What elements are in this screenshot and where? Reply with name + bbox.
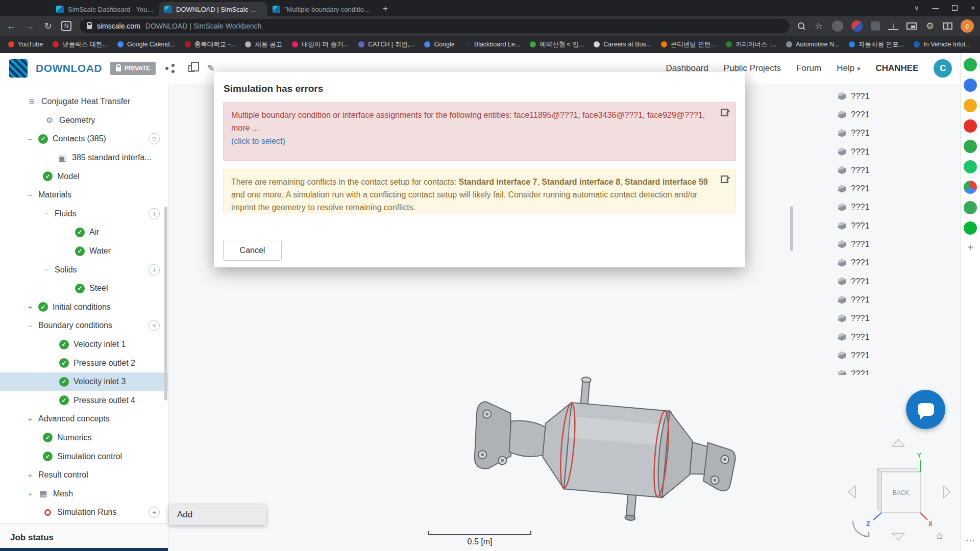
shortcut-green-2[interactable] [964, 140, 977, 153]
bookmark-item[interactable]: 내일이 더 즐거... [292, 40, 349, 49]
bookmark-item[interactable]: 자동차용 인포... [849, 40, 904, 49]
scene-tree-item[interactable]: ???1 [794, 346, 960, 364]
tree-toggle-icon[interactable] [43, 209, 50, 218]
sidebar-tree-item[interactable]: Initial conditions [0, 298, 168, 317]
scene-scrollbar[interactable] [790, 206, 793, 251]
sidebar-tree-item[interactable]: Model [0, 167, 168, 186]
picture-in-picture-icon[interactable] [906, 22, 917, 30]
sidebar-tree-item[interactable]: Simulation control [0, 447, 168, 466]
bookmark-item[interactable]: Careers at Bos... [594, 41, 651, 48]
tree-item-action-button[interactable] [149, 264, 160, 276]
nav-help[interactable]: Help ▾ [837, 63, 860, 73]
bookmark-item[interactable]: 콘티넨탈 인턴... [661, 40, 716, 49]
extension-icon[interactable] [871, 21, 880, 31]
sidebar-tree-item[interactable]: Boundary conditions [0, 316, 168, 335]
sidebar-tree-item[interactable]: Velocity inlet 1 [0, 335, 168, 354]
external-link-icon[interactable] [721, 108, 729, 116]
bookmark-item[interactable]: 충북대학교 -... [185, 40, 236, 49]
sidebar-tree-item[interactable]: 385 standard interfa... [0, 148, 168, 167]
split-screen-icon[interactable] [943, 22, 952, 30]
bookmark-item[interactable]: 채용 공고 [245, 40, 282, 49]
cube-top-face[interactable] [877, 468, 920, 472]
shortcut-green-4[interactable] [964, 221, 977, 235]
address-bar[interactable]: simscale.com DOWNLOAD | SimScale Workben… [80, 19, 790, 33]
scene-tree-item[interactable]: ???1 [794, 87, 960, 105]
rotate-left-arrow[interactable] [848, 486, 855, 498]
sidebar-tree-item[interactable]: Result control [0, 466, 168, 485]
bookmark-star-icon[interactable]: ☆ [814, 20, 824, 32]
tree-toggle-icon[interactable] [27, 471, 34, 480]
rotate-right-arrow[interactable] [943, 486, 950, 498]
scene-tree-item[interactable]: ???1 [794, 124, 960, 142]
rotate-up-arrow[interactable] [892, 439, 904, 446]
bookmark-item[interactable]: Google [424, 41, 454, 48]
scene-tree-item[interactable]: ???1 [794, 105, 960, 123]
sidebar-tree-item[interactable]: Conjugate Heat Transfer [0, 92, 168, 111]
scene-tree-item[interactable]: ???1 [794, 179, 960, 197]
click-to-select-link[interactable]: (click to select) [231, 135, 713, 147]
copy-project-icon[interactable] [188, 65, 194, 72]
sidebar-tree-item[interactable]: Materials [0, 186, 168, 205]
browser-tab-3[interactable]: "Multiple boundary condition o [267, 2, 376, 16]
shortcut-multicolor[interactable] [964, 181, 977, 194]
scene-tree-item[interactable]: ???1 [794, 290, 960, 309]
tree-item-action-button[interactable] [149, 133, 160, 144]
sidebar-tree-item[interactable]: Air [0, 223, 168, 242]
scene-tree-item[interactable]: ???1 [794, 309, 960, 328]
extension-icon[interactable] [832, 20, 843, 32]
tree-toggle-icon[interactable] [27, 321, 34, 330]
external-link-icon[interactable] [721, 174, 729, 183]
sidebar-tree-item[interactable]: Solids [0, 260, 168, 279]
bookmark-item[interactable]: YouTube [8, 41, 43, 48]
bookmark-item[interactable]: 커리어너스 :... [726, 40, 776, 49]
scene-tree-item[interactable]: ???1 [794, 235, 960, 253]
navigation-cube[interactable]: BACK Y X Z ⌂ [840, 436, 960, 551]
shortcut-green-3[interactable] [964, 201, 977, 214]
sidebar-tree-item[interactable]: Simulation Runs [0, 503, 168, 522]
nav-forum[interactable]: Forum [796, 63, 821, 73]
add-menu-item[interactable]: Add [169, 505, 266, 525]
tree-item-action-button[interactable] [149, 507, 160, 518]
shortcut-blue[interactable] [964, 79, 977, 92]
window-close-button[interactable]: × [971, 4, 975, 12]
sidebar-tree-item[interactable]: Steel [0, 279, 168, 298]
scene-tree-item[interactable]: ???1 [794, 198, 960, 216]
sidebar-tree-item[interactable]: Water [0, 242, 168, 261]
sidebar-tree-item[interactable]: Fluids [0, 205, 168, 223]
support-chat-button[interactable] [906, 390, 945, 429]
new-tab-button[interactable]: + [379, 2, 392, 15]
scene-tree-item[interactable]: ???1 [794, 328, 960, 346]
tree-toggle-icon[interactable] [27, 135, 34, 143]
user-avatar[interactable]: C [934, 59, 952, 78]
downloads-icon[interactable]: ↓ [888, 22, 898, 30]
tree-toggle-icon[interactable] [27, 191, 34, 199]
user-name[interactable]: CHANHEE [875, 63, 918, 73]
sidebar-tree-item[interactable]: Pressure outlet 4 [0, 391, 168, 410]
bookmark-item[interactable]: Blackboard Le... [464, 41, 520, 48]
site-shortcut-icon[interactable]: N [61, 21, 71, 31]
sidebar-tree-item[interactable]: Pressure outlet 2 [0, 354, 168, 372]
back-icon[interactable]: ← [6, 21, 16, 32]
sidebar-tree-item[interactable]: Geometry [0, 111, 168, 130]
tree-toggle-icon[interactable] [27, 415, 34, 423]
korean-flag-extension-icon[interactable] [851, 20, 863, 32]
sidebar-tree-item[interactable]: Velocity inlet 3 [0, 372, 168, 391]
sidebar-tree-item[interactable]: Advanced concepts [0, 410, 168, 429]
forward-icon[interactable]: → [24, 21, 35, 32]
rotate-down-arrow[interactable] [892, 533, 904, 540]
tree-item-action-button[interactable] [149, 208, 160, 219]
sidebar-tree-item[interactable]: Contacts (385) [0, 130, 168, 148]
window-maximize-button[interactable] [952, 5, 958, 11]
bookmark-item[interactable]: In Vehicle Infot... [914, 41, 970, 48]
shortcut-red[interactable] [964, 119, 977, 133]
cube-side-face[interactable] [877, 468, 881, 513]
browser-profile-avatar[interactable]: c [961, 19, 974, 33]
simscale-logo[interactable] [9, 59, 28, 78]
tree-toggle-icon[interactable] [27, 489, 34, 498]
add-shortcut-icon[interactable]: + [967, 242, 973, 254]
bookmark-item[interactable]: Google Calend... [117, 41, 175, 48]
bookmark-item[interactable]: 예약신청 < 입... [530, 40, 584, 49]
share-icon[interactable] [165, 64, 175, 73]
sidebar-tree-item[interactable]: Mesh [0, 484, 168, 503]
shortcut-green-1[interactable] [964, 58, 977, 71]
